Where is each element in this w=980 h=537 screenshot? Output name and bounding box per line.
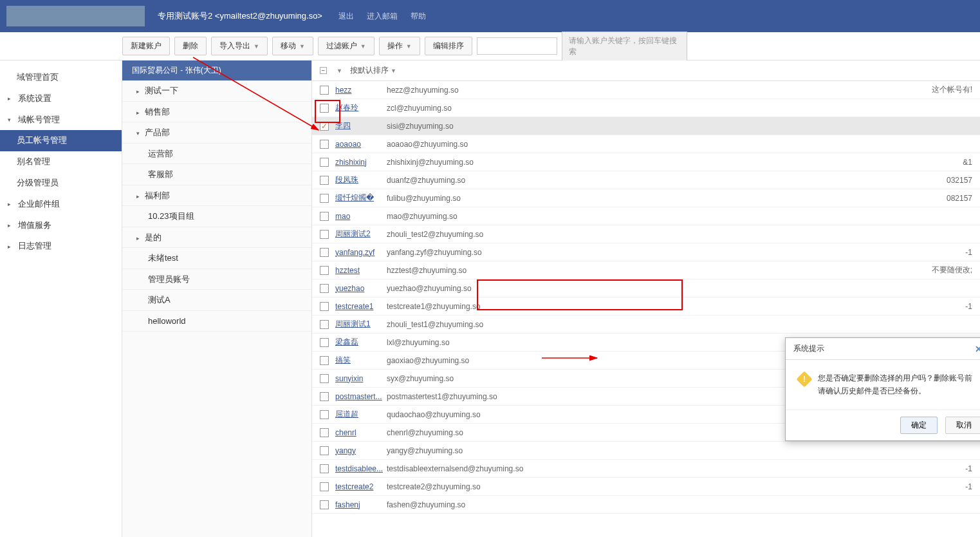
- dept-item[interactable]: 客服部: [122, 164, 311, 185]
- row-checkbox[interactable]: [320, 140, 329, 149]
- dept-item[interactable]: helloworld: [122, 311, 311, 332]
- sidebar-item[interactable]: ▾域帐号管理: [0, 109, 122, 131]
- table-row[interactable]: testdisablee...testdisableexternalsend@z…: [312, 460, 980, 478]
- account-name-link[interactable]: mao: [335, 212, 350, 221]
- row-checkbox[interactable]: [320, 284, 329, 293]
- row-checkbox[interactable]: [320, 482, 329, 491]
- sidebar-item[interactable]: 员工帐号管理: [0, 130, 122, 151]
- operate-button[interactable]: 操作▼: [379, 37, 420, 55]
- account-name-link[interactable]: postmastert...: [335, 392, 382, 401]
- sort-selector[interactable]: 按默认排序▼: [350, 65, 396, 76]
- dept-item[interactable]: 10.23项目组: [122, 206, 311, 227]
- search-input[interactable]: [477, 37, 557, 55]
- account-name-link[interactable]: 李四: [335, 121, 351, 130]
- account-name-link[interactable]: hzztest: [335, 266, 360, 275]
- row-checkbox[interactable]: [320, 356, 329, 365]
- account-name-link[interactable]: 赵春玲: [335, 103, 358, 112]
- row-checkbox[interactable]: [320, 428, 329, 437]
- row-checkbox[interactable]: [320, 248, 329, 257]
- dept-item[interactable]: ▸是的: [122, 227, 311, 249]
- row-checkbox[interactable]: [320, 212, 329, 221]
- row-checkbox[interactable]: [320, 302, 329, 311]
- table-row[interactable]: 缎忏煌髑�fulibu@zhuyuming.so082157: [312, 189, 980, 207]
- table-row[interactable]: hezzhezz@zhuyuming.so这个帐号有!: [312, 81, 980, 99]
- dept-item[interactable]: ▸测试一下: [122, 80, 311, 102]
- table-row[interactable]: zhishixinjzhishixinj@zhuyuming.so&1: [312, 153, 980, 171]
- row-checkbox[interactable]: [320, 122, 329, 131]
- account-name-link[interactable]: sunyixin: [335, 374, 363, 383]
- row-checkbox[interactable]: [320, 194, 329, 203]
- table-row[interactable]: 段凤珠duanfz@zhuyuming.so032157: [312, 171, 980, 189]
- account-name-link[interactable]: testdisablee...: [335, 464, 383, 473]
- account-name-link[interactable]: zhishixinj: [335, 158, 367, 167]
- account-name-link[interactable]: 搞笑: [335, 355, 351, 364]
- account-name-link[interactable]: hezz: [335, 86, 351, 95]
- new-account-button[interactable]: 新建账户: [122, 37, 170, 55]
- row-checkbox[interactable]: [320, 374, 329, 383]
- expand-all-icon[interactable]: −: [320, 67, 327, 74]
- confirm-button[interactable]: 确定: [900, 417, 938, 434]
- row-checkbox[interactable]: [320, 320, 329, 329]
- sidebar-item[interactable]: 别名管理: [0, 151, 122, 173]
- sidebar-item[interactable]: ▸企业邮件组: [0, 194, 122, 215]
- table-row[interactable]: yanfang.zyfyanfang.zyf@zhuyuming.so-1: [312, 243, 980, 261]
- row-checkbox[interactable]: [320, 176, 329, 185]
- row-checkbox[interactable]: [320, 266, 329, 275]
- sidebar-item[interactable]: ▸日志管理: [0, 236, 122, 257]
- enter-mail-link[interactable]: 进入邮箱: [367, 11, 398, 22]
- dept-item[interactable]: 运营部: [122, 144, 311, 165]
- account-name-link[interactable]: 周丽测试2: [335, 229, 371, 238]
- filter-account-button[interactable]: 过滤账户▼: [318, 37, 374, 55]
- dept-root[interactable]: 国际贸易公司 - 张伟(大卫): [122, 61, 311, 80]
- dept-item[interactable]: ▾产品部: [122, 122, 311, 144]
- row-checkbox[interactable]: [320, 464, 329, 473]
- account-name-link[interactable]: testcreate1: [335, 302, 373, 311]
- sidebar-item[interactable]: 分级管理员: [0, 173, 122, 194]
- import-export-button[interactable]: 导入导出▼: [211, 37, 268, 55]
- row-checkbox[interactable]: [320, 410, 329, 419]
- account-name-link[interactable]: 周丽测试1: [335, 319, 371, 328]
- account-name-link[interactable]: yangy: [335, 446, 356, 455]
- account-name-link[interactable]: testcreate2: [335, 482, 373, 491]
- delete-button[interactable]: 删除: [174, 37, 207, 55]
- sidebar-item[interactable]: 域管理首页: [0, 67, 122, 88]
- cancel-button[interactable]: 取消: [945, 417, 980, 434]
- sidebar-item[interactable]: ▸增值服务: [0, 215, 122, 236]
- table-row[interactable]: testcreate2testcreate2@zhuyuming.so-1: [312, 478, 980, 496]
- table-row[interactable]: maomao@zhuyuming.so: [312, 207, 980, 225]
- row-checkbox[interactable]: [320, 158, 329, 167]
- row-checkbox[interactable]: [320, 230, 329, 239]
- sidebar-item[interactable]: ▸系统设置: [0, 88, 122, 109]
- row-checkbox[interactable]: [320, 446, 329, 455]
- row-checkbox[interactable]: [320, 86, 329, 95]
- table-row[interactable]: 李四sisi@zhuyuming.so: [312, 117, 980, 135]
- row-checkbox[interactable]: [320, 392, 329, 401]
- logout-link[interactable]: 退出: [338, 11, 354, 22]
- table-row[interactable]: 赵春玲zcl@zhuyuming.so: [312, 99, 980, 117]
- account-name-link[interactable]: chenrl: [335, 428, 356, 437]
- account-name-link[interactable]: 梁鑫磊: [335, 337, 358, 346]
- table-row[interactable]: aoaoaoaoaoao@zhuyuming.so: [312, 135, 980, 153]
- table-row[interactable]: yuezhaoyuezhao@zhuyuming.so: [312, 279, 980, 297]
- dept-item[interactable]: 未绪test: [122, 248, 311, 269]
- row-checkbox[interactable]: [320, 500, 329, 509]
- row-checkbox[interactable]: [320, 104, 329, 113]
- account-name-link[interactable]: 缎忏煌髑�: [335, 193, 374, 202]
- account-name-link[interactable]: 屈道超: [335, 410, 358, 419]
- account-name-link[interactable]: yanfang.zyf: [335, 248, 374, 257]
- edit-sort-button[interactable]: 编辑排序: [425, 37, 472, 55]
- table-row[interactable]: 周丽测试1zhouli_test1@zhuyuming.so: [312, 316, 980, 334]
- dept-item[interactable]: ▸销售部: [122, 102, 311, 123]
- move-button[interactable]: 移动▼: [272, 37, 313, 55]
- account-name-link[interactable]: aoaoao: [335, 140, 361, 149]
- dept-item[interactable]: ▸福利部: [122, 185, 311, 207]
- account-name-link[interactable]: 段凤珠: [335, 175, 358, 184]
- table-row[interactable]: hzztesthzztest@zhuyuming.so不要随便改;: [312, 261, 980, 279]
- help-link[interactable]: 帮助: [411, 11, 426, 22]
- dept-item[interactable]: 测试A: [122, 290, 311, 311]
- account-name-link[interactable]: fashenj: [335, 500, 360, 509]
- account-name-link[interactable]: yuezhao: [335, 284, 364, 293]
- table-row[interactable]: fashenjfashen@zhuyuming.so: [312, 496, 980, 514]
- dept-item[interactable]: 管理员账号: [122, 269, 311, 290]
- table-row[interactable]: 周丽测试2zhouli_test2@zhuyuming.so: [312, 225, 980, 243]
